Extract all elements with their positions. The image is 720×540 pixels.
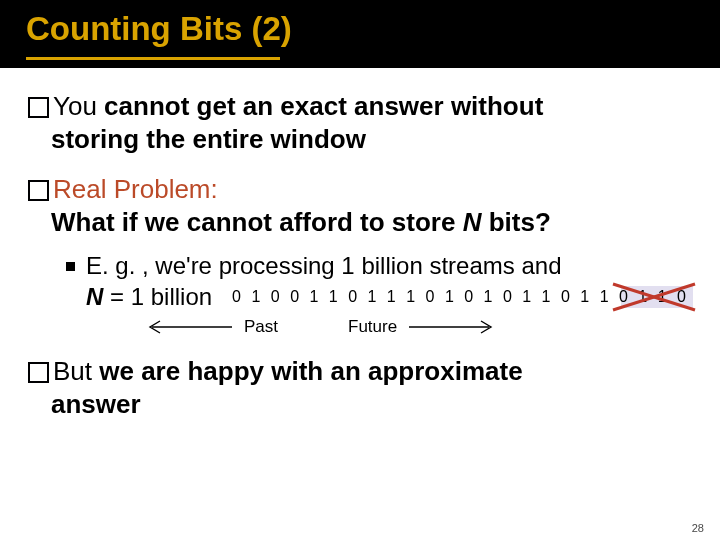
bullet-3: But we are happy with an approximate ans…	[28, 355, 692, 420]
sub-line1: E. g. , we're processing 1 billion strea…	[86, 250, 692, 281]
future-label: Future	[348, 317, 397, 337]
sub-bullet: E. g. , we're processing 1 billion strea…	[66, 250, 692, 337]
checkbox-icon	[28, 362, 49, 383]
checkbox-icon	[28, 97, 49, 118]
slide-title: Counting Bits (2)	[0, 0, 720, 48]
bullet-1: You cannot get an exact answer without s…	[28, 90, 692, 155]
bullet-3-line1: But we are happy with an approximate	[53, 355, 523, 388]
bullet-2-line2: What if we cannot afford to store N bits…	[51, 206, 692, 239]
bullet-1-line2: storing the entire window	[51, 123, 692, 156]
cross-out-icon	[609, 280, 699, 314]
title-bar: Counting Bits (2)	[0, 0, 720, 68]
page-number: 28	[692, 522, 704, 534]
square-bullet-icon	[66, 262, 75, 271]
past-label: Past	[244, 317, 278, 337]
bit-stream: 0 1 0 0 1 1 0 1 1 1 0 1 0 1 0 1 1 0 1 1 …	[232, 288, 689, 306]
n-equals: N = 1 billion	[86, 283, 212, 311]
arrows-row: Past Future	[144, 317, 692, 337]
bullet-1-line1: You cannot get an exact answer without	[53, 90, 543, 123]
bullet-2: Real Problem: What if we cannot afford t…	[28, 173, 692, 337]
title-underline	[26, 57, 280, 60]
arrow-left-icon	[144, 319, 234, 335]
arrow-right-icon	[407, 319, 497, 335]
checkbox-icon	[28, 180, 49, 201]
slide-content: You cannot get an exact answer without s…	[0, 68, 720, 420]
sub-line2: N = 1 billion 0 1 0 0 1 1 0 1 1 1 0 1 0 …	[86, 283, 692, 311]
bullet-2-line1: Real Problem:	[53, 173, 218, 206]
bullet-3-line2: answer	[51, 388, 692, 421]
